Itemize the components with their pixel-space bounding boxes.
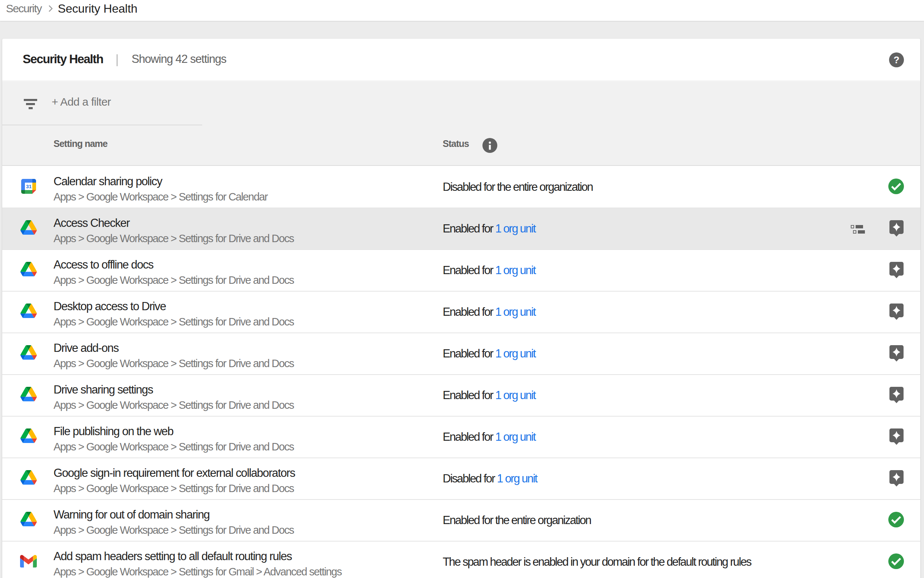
- svg-text:?: ?: [893, 54, 900, 65]
- svg-text:31: 31: [26, 184, 32, 189]
